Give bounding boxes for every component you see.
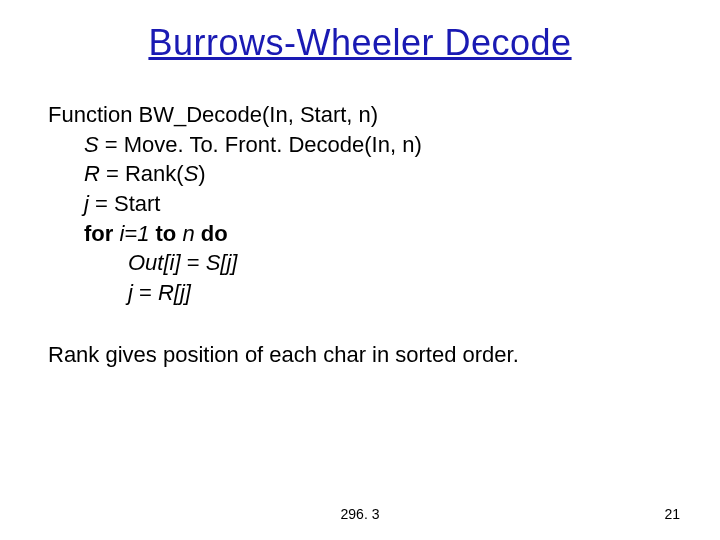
- kw-do: do: [201, 221, 228, 246]
- code-line-4: j = Start: [48, 189, 672, 219]
- code-line-3: R = Rank(S): [48, 159, 672, 189]
- kw-function: Function: [48, 102, 139, 127]
- kw-for: for: [84, 221, 113, 246]
- slide-body: Function BW_Decode(In, Start, n) S = Mov…: [48, 100, 672, 370]
- footer-page-number: 21: [664, 506, 680, 522]
- fn-signature: BW_Decode(In, Start, n): [139, 102, 379, 127]
- var-s: S: [84, 132, 99, 157]
- assign-mtf: = Move. To. Front. Decode(In, n): [99, 132, 422, 157]
- loop-var: i=1: [113, 221, 155, 246]
- code-line-6: Out[i] = S[j]: [48, 248, 672, 278]
- s-j: S[j]: [206, 250, 238, 275]
- kw-to: to: [156, 221, 177, 246]
- assign-rank-close: ): [198, 161, 205, 186]
- slide: Burrows-Wheeler Decode Function BW_Decod…: [0, 0, 720, 540]
- out-i: Out[i]: [128, 250, 181, 275]
- code-line-5: for i=1 to n do: [48, 219, 672, 249]
- code-block: Function BW_Decode(In, Start, n) S = Mov…: [48, 100, 672, 308]
- var-r: R: [84, 161, 100, 186]
- footer-course-number: 296. 3: [0, 506, 720, 522]
- eq-1: =: [181, 250, 206, 275]
- assign-rank-open: = Rank(: [100, 161, 184, 186]
- code-line-2: S = Move. To. Front. Decode(In, n): [48, 130, 672, 160]
- code-line-1: Function BW_Decode(In, Start, n): [48, 100, 672, 130]
- code-line-7: j = R[j]: [48, 278, 672, 308]
- assign-start: = Start: [89, 191, 161, 216]
- loop-end: n: [176, 221, 200, 246]
- slide-title: Burrows-Wheeler Decode: [0, 22, 720, 64]
- var-s-arg: S: [184, 161, 199, 186]
- r-j: R[j]: [158, 280, 191, 305]
- note-text: Rank gives position of each char in sort…: [48, 340, 672, 370]
- eq-2: =: [133, 280, 158, 305]
